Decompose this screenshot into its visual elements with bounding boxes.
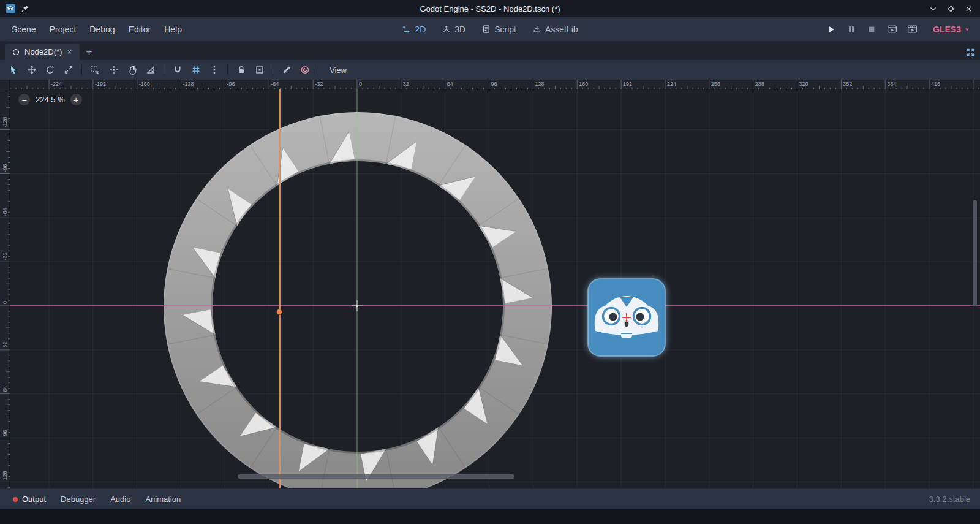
zoom-in-button[interactable]: +	[70, 94, 82, 105]
svg-text:256: 256	[711, 81, 720, 87]
grid-snap-button[interactable]	[187, 62, 205, 78]
group-object-button[interactable]	[251, 62, 268, 78]
zoom-level[interactable]: 224.5 %	[36, 95, 65, 104]
ruler-tool-button[interactable]	[141, 62, 159, 78]
engine-version: 3.3.2.stable	[929, 495, 974, 504]
list-select-tool-button[interactable]	[86, 62, 104, 78]
toolbar-separator	[227, 64, 228, 75]
window-close-icon[interactable]	[965, 5, 973, 13]
tab-assetlib-label: AssetLib	[545, 25, 578, 34]
menu-help[interactable]: Help	[157, 20, 189, 39]
assetlib-icon	[532, 25, 541, 34]
tab-script[interactable]: Script	[475, 21, 523, 38]
panel-audio[interactable]: Audio	[104, 491, 137, 507]
stop-button[interactable]	[864, 22, 880, 37]
zoom-out-button[interactable]: −	[18, 94, 30, 105]
output-alert-dot	[13, 497, 18, 502]
menu-project[interactable]: Project	[43, 20, 83, 39]
window-title: Godot Engine - SS2D - Node2D.tscn (*)	[0, 4, 980, 13]
panel-output-label: Output	[22, 495, 46, 504]
tab-close-icon[interactable]	[66, 48, 73, 55]
panel-debugger[interactable]: Debugger	[54, 491, 102, 507]
distraction-free-button[interactable]	[966, 48, 975, 57]
titlebar: Godot Engine - SS2D - Node2D.tscn (*)	[0, 0, 980, 17]
tab-3d[interactable]: 3D	[435, 21, 472, 38]
zoom-widget: − 224.5 % +	[18, 94, 82, 105]
play-custom-scene-button[interactable]	[904, 22, 920, 37]
video-driver-value: GLES3	[933, 25, 961, 34]
menu-scene[interactable]: Scene	[5, 20, 43, 39]
svg-text:320: 320	[799, 81, 808, 87]
chevron-down-icon	[964, 27, 970, 32]
svg-text:32: 32	[2, 342, 8, 348]
tab-2d[interactable]: 2D	[395, 21, 432, 38]
snap-options-button[interactable]	[205, 62, 223, 78]
video-driver-select[interactable]: GLES3	[928, 22, 975, 37]
viewport-canvas[interactable]: − 224.5 % +	[10, 89, 980, 488]
new-scene-tab-button[interactable]: +	[81, 44, 97, 60]
scene-tab-node2d[interactable]: Node2D(*)	[5, 44, 80, 60]
svg-text:384: 384	[887, 81, 896, 87]
ruler-horizontal[interactable]: -224-192-160-128-96-64-32032649612816019…	[10, 80, 980, 89]
smart-snap-button[interactable]	[168, 62, 186, 78]
canvas-toolbar: View	[0, 60, 980, 80]
tab-script-label: Script	[494, 25, 516, 34]
godot-editor-window: Godot Engine - SS2D - Node2D.tscn (*) Sc…	[0, 0, 980, 524]
ruler-vertical[interactable]: -128-96-64-320326496128	[0, 89, 10, 488]
toolbar-separator	[81, 64, 82, 75]
svg-text:288: 288	[755, 81, 764, 87]
svg-text:128: 128	[2, 471, 8, 480]
play-scene-button[interactable]	[884, 22, 900, 37]
pause-button[interactable]	[843, 22, 859, 37]
playback-controls: GLES3	[823, 22, 975, 37]
svg-text:-64: -64	[2, 208, 8, 216]
horizontal-scrollbar[interactable]	[238, 474, 514, 479]
window-maximize-icon[interactable]	[947, 5, 955, 13]
godot-icon-sprite[interactable]	[581, 271, 673, 363]
viewport-workspace: -224-192-160-128-96-64-32032649612816019…	[0, 80, 980, 488]
svg-text:0: 0	[2, 301, 8, 304]
window-shade-icon[interactable]	[929, 5, 937, 13]
toolbar-separator	[273, 64, 273, 75]
vertical-scrollbar[interactable]	[973, 200, 977, 306]
script-icon	[481, 25, 491, 34]
tab-assetlib[interactable]: AssetLib	[526, 21, 585, 38]
move-tool-button[interactable]	[23, 62, 40, 78]
2d-icon	[402, 25, 411, 34]
menu-debug[interactable]: Debug	[83, 20, 121, 39]
ss2d-plugin-button[interactable]	[296, 62, 314, 78]
godot-app-icon	[6, 4, 15, 13]
svg-text:96: 96	[491, 81, 497, 87]
lock-object-button[interactable]	[232, 62, 250, 78]
svg-text:0: 0	[359, 81, 362, 87]
svg-text:96: 96	[2, 430, 8, 436]
svg-text:32: 32	[403, 81, 409, 87]
svg-text:416: 416	[931, 81, 940, 87]
view-menu-button[interactable]: View	[323, 63, 353, 78]
play-button[interactable]	[823, 22, 839, 37]
skeleton-options-button[interactable]	[277, 62, 295, 78]
svg-text:-96: -96	[2, 164, 8, 172]
menu-editor[interactable]: Editor	[122, 20, 158, 39]
toolbar-separator	[318, 64, 318, 75]
select-tool-button[interactable]	[4, 62, 22, 78]
pin-icon[interactable]	[21, 4, 29, 13]
svg-text:-160: -160	[139, 81, 150, 87]
scene-render	[10, 89, 980, 488]
svg-text:64: 64	[2, 386, 8, 392]
window-footer	[0, 509, 980, 524]
scene-tabbar: Node2D(*) +	[0, 42, 980, 60]
tab-2d-label: 2D	[415, 25, 426, 34]
svg-text:224: 224	[667, 81, 676, 87]
svg-text:-128: -128	[2, 117, 8, 128]
rotate-tool-button[interactable]	[41, 62, 59, 78]
panel-animation[interactable]: Animation	[138, 491, 187, 507]
3d-icon	[442, 25, 451, 34]
panel-output[interactable]: Output	[6, 491, 53, 507]
edit-pivot-button[interactable]	[105, 62, 123, 78]
toolbar-separator	[164, 64, 164, 75]
workspace-switcher: 2D 3D Script AssetLib	[395, 21, 584, 38]
pan-tool-button[interactable]	[123, 62, 141, 78]
svg-text:160: 160	[579, 81, 588, 87]
scale-tool-button[interactable]	[59, 62, 77, 78]
